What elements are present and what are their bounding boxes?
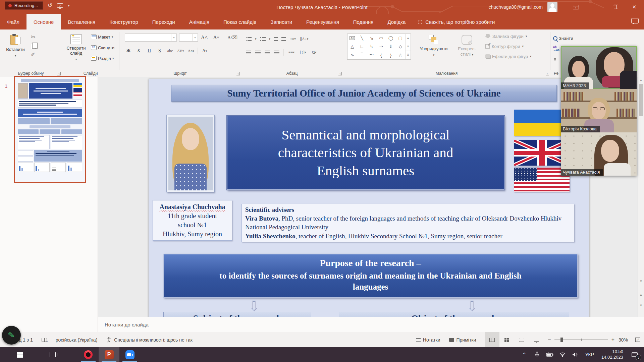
zoom-slider-knob[interactable]	[560, 338, 563, 342]
ribbon-display-options-button[interactable]	[566, 0, 586, 14]
shape-arc-icon[interactable]: ⌒	[360, 52, 364, 58]
shape-triangle-icon[interactable]: △	[351, 44, 354, 49]
tab-animations[interactable]: Анімація	[182, 14, 216, 29]
strikethrough-button[interactable]: abc	[166, 47, 174, 55]
view-slideshow-button[interactable]	[529, 332, 544, 347]
object-box[interactable]: Object of the research	[339, 312, 569, 317]
close-button[interactable]: ✕	[625, 0, 644, 14]
tab-help[interactable]: Довідка	[380, 14, 413, 29]
change-case-button[interactable]: Aa▾	[187, 47, 195, 55]
shape-down-arrow-icon[interactable]: ⇓	[389, 44, 393, 49]
font-dialog-launcher[interactable]	[236, 72, 240, 75]
character-spacing-button[interactable]: AV▾	[177, 47, 184, 55]
language-indicator[interactable]: російська (Україна)	[56, 337, 98, 343]
text-direction-icon[interactable]: ∥A↓▾	[300, 35, 308, 43]
minimize-button[interactable]: —	[586, 0, 605, 14]
advisers-box[interactable]: Scientific advisers Vira Butova, PhD, se…	[241, 204, 574, 242]
author-photo[interactable]	[167, 115, 214, 192]
shape-curve-icon[interactable]: 〜	[369, 52, 374, 58]
shape-effects-button[interactable]: Ефекти для фігур▾	[485, 52, 532, 60]
align-text-icon[interactable]: [↕]▾	[299, 48, 307, 56]
account-email[interactable]: chuchvaga80@gmail.com	[489, 4, 543, 10]
italic-button[interactable]: К	[135, 47, 143, 55]
scroll-up-icon[interactable]: ▲	[638, 77, 644, 83]
view-slide-sorter-button[interactable]	[499, 332, 514, 347]
text-shadow-button[interactable]: S	[156, 47, 163, 55]
video-participant-3[interactable]: Чучвага Анастасія	[561, 132, 637, 176]
tab-insert[interactable]: Вставлення	[61, 14, 102, 29]
shape-arrow-icon[interactable]: ↘	[370, 36, 373, 41]
tab-design[interactable]: Конструктор	[102, 14, 145, 29]
taskbar-opera[interactable]	[78, 347, 99, 362]
slide-canvas[interactable]: Sumy Territorial Office of Junior Academ…	[149, 79, 589, 317]
slide-title-box[interactable]: Semantical and morphological characteris…	[227, 116, 504, 190]
layout-button[interactable]: Макет▾	[91, 33, 114, 41]
increase-indent-icon[interactable]	[281, 37, 286, 41]
author-info-box[interactable]: Anastasiya Chuchvaha 11th grade student …	[153, 200, 232, 241]
start-button[interactable]	[9, 347, 30, 362]
previous-slide-button[interactable]: ▲	[638, 292, 644, 298]
format-painter-icon[interactable]	[31, 53, 36, 57]
account-avatar[interactable]	[547, 2, 557, 12]
scroll-down-icon[interactable]: ▼	[638, 278, 644, 284]
tab-transitions[interactable]: Переходи	[145, 14, 182, 29]
section-button[interactable]: Розділ▾	[91, 54, 114, 62]
shapes-more-icon[interactable]: ⊻	[406, 51, 411, 59]
vertical-scrollbar[interactable]: ▲ ▼ ▲ ▼	[638, 77, 644, 317]
shape-right-brace-icon[interactable]: }	[390, 53, 391, 58]
view-reading-button[interactable]	[514, 332, 529, 347]
font-color-button[interactable]: А▾	[201, 47, 208, 55]
underline-button[interactable]: П	[146, 47, 153, 55]
tab-home[interactable]: Основне	[26, 14, 61, 29]
taskbar-zoom[interactable]	[119, 347, 140, 362]
language-switcher[interactable]: УКР	[582, 347, 597, 362]
line-spacing-icon[interactable]: ↕≡▾	[289, 35, 297, 43]
replace-icon[interactable]: ab→ac	[553, 46, 559, 52]
bold-button[interactable]: Ж	[125, 47, 132, 55]
shape-oval-icon[interactable]: ◯	[388, 36, 393, 41]
zoom-video-panel[interactable]: МАН3 2023 Вікторія Козлова Чучвага Анаст…	[561, 46, 637, 176]
shape-fill-button[interactable]: Заливка фігури▾	[485, 32, 532, 40]
decrease-indent-icon[interactable]	[274, 37, 278, 41]
tab-view[interactable]: Подання	[346, 14, 381, 29]
comments-icon[interactable]	[631, 18, 639, 23]
new-slide-button[interactable]: Створити слайд▾	[63, 32, 89, 61]
view-normal-button[interactable]	[485, 332, 499, 347]
video-participant-2[interactable]: Вікторія Козлова	[561, 89, 637, 132]
accessibility-status[interactable]: Спеціальні можливості: щось не так	[106, 337, 192, 343]
shape-rounded-rectangle-icon[interactable]: ▢	[398, 36, 402, 41]
task-view-button[interactable]	[42, 347, 63, 362]
notification-center-button[interactable]: 3	[627, 347, 642, 362]
video-participant-1[interactable]: МАН3 2023	[561, 46, 637, 89]
zoom-slider[interactable]	[554, 340, 608, 340]
select-cursor-icon[interactable]	[554, 57, 557, 62]
tell-me-box[interactable]: Скажіть, що потрібно зробити	[413, 14, 500, 29]
shape-right-arrow-icon[interactable]: ⇒	[379, 44, 383, 49]
tab-review[interactable]: Рецензування	[299, 14, 346, 29]
tab-file[interactable]: Файл	[0, 14, 26, 29]
next-slide-button[interactable]: ▼	[638, 302, 644, 308]
align-left-icon[interactable]	[246, 51, 251, 54]
clipboard-dialog-launcher[interactable]	[57, 72, 61, 75]
slide-thumbnail[interactable]	[14, 76, 86, 183]
smartart-convert-icon[interactable]: ⧉▾	[311, 48, 318, 56]
numbering-icon[interactable]	[260, 37, 266, 41]
taskbar-powerpoint[interactable]: P	[99, 347, 119, 362]
tab-record[interactable]: Записати	[263, 14, 299, 29]
clear-formatting-icon[interactable]: А⌫	[227, 34, 237, 42]
microphone-icon[interactable]	[531, 347, 543, 362]
shape-left-brace-icon[interactable]: {	[380, 53, 382, 58]
shape-textbox-icon[interactable]: A≡	[350, 36, 355, 40]
shapes-scroll-up-icon[interactable]: ▲	[406, 34, 411, 42]
comments-toggle[interactable]: Примітки	[449, 337, 476, 343]
copy-icon[interactable]	[31, 44, 36, 49]
cut-icon[interactable]: ✂	[31, 34, 36, 41]
shape-scribble-icon[interactable]: ∿	[351, 53, 354, 58]
increase-font-icon[interactable]: А˄	[201, 34, 208, 42]
slide-header-banner[interactable]: Sumy Territorial Office of Junior Academ…	[171, 85, 557, 102]
scrollbar-thumb[interactable]	[639, 84, 643, 116]
shape-freeform-icon[interactable]: ◇	[399, 44, 402, 49]
notes-toggle[interactable]: Нотатки	[416, 337, 440, 343]
shape-elbow-arrow-icon[interactable]: ↳	[370, 44, 373, 49]
shape-star-icon[interactable]: ☆	[398, 53, 402, 58]
